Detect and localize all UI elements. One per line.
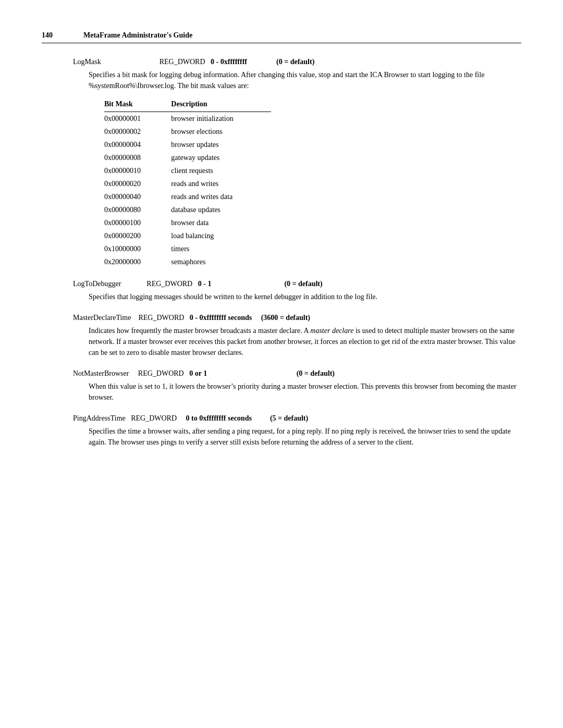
description-cell: browser data	[171, 216, 271, 229]
logtodebugger-desc: Specifies that logging messages should b…	[89, 291, 521, 302]
bitmask-cell: 0x00000004	[104, 138, 171, 151]
table-row: 0x00000008gateway updates	[104, 151, 271, 164]
logmask-name: LogMask	[73, 58, 101, 66]
bit-mask-table-container: Bit Mask Description 0x00000001browser i…	[104, 97, 521, 268]
table-row: 0x00000200load balancing	[104, 229, 271, 242]
description-cell: timers	[171, 242, 271, 255]
logtodebugger-desc-text: Specifies that logging messages should b…	[89, 293, 377, 301]
pingaddresstime-header: PingAddressTime REG_DWORD 0 to 0xfffffff…	[73, 414, 521, 423]
logmask-header: LogMask REG_DWORD 0 - 0xffffffff (0 = de…	[73, 58, 521, 66]
table-row: 0x00000040reads and writes data	[104, 190, 271, 203]
description-cell: reads and writes	[171, 177, 271, 190]
bitmask-cell: 0x00000008	[104, 151, 171, 164]
notmasterbrowser-type: REG_DWORD 0 or 1	[138, 369, 207, 377]
masterdeclaretime-default: (3600 = default)	[261, 314, 310, 322]
table-row: 0x00000020reads and writes	[104, 177, 271, 190]
description-cell: load balancing	[171, 229, 271, 242]
page-header: 140 MetaFrame Administrator's Guide	[42, 31, 521, 43]
logtodebugger-header: LogToDebugger REG_DWORD 0 - 1 (0 = defau…	[73, 280, 521, 288]
col-description-header: Description	[171, 97, 271, 112]
bitmask-cell: 0x00000002	[104, 125, 171, 138]
page-title: MetaFrame Administrator's Guide	[83, 31, 192, 40]
notmasterbrowser-desc-text: When this value is set to 1, it lowers t…	[89, 382, 517, 401]
description-cell: semaphores	[171, 255, 271, 268]
bitmask-cell: 0x00000200	[104, 229, 171, 242]
entry-masterdeclaretime: MasterDeclareTime REG_DWORD 0 - 0xffffff…	[73, 314, 521, 358]
table-row: 0x00000002browser elections	[104, 125, 271, 138]
pingaddresstime-spacer	[127, 414, 129, 422]
bitmask-cell: 0x00000010	[104, 164, 171, 177]
notmasterbrowser-name: NotMasterBrowser	[73, 369, 129, 377]
italic-phrase: master declare	[310, 327, 353, 335]
masterdeclaretime-desc-text: Indicates how frequently the master brow…	[89, 327, 516, 356]
bitmask-cell: 0x00000040	[104, 190, 171, 203]
pingaddresstime-name: PingAddressTime	[73, 414, 126, 422]
bit-mask-table: Bit Mask Description 0x00000001browser i…	[104, 97, 271, 268]
bitmask-cell: 0x10000000	[104, 242, 171, 255]
entry-logmask: LogMask REG_DWORD 0 - 0xffffffff (0 = de…	[73, 58, 521, 268]
page-number: 140	[42, 31, 73, 40]
pingaddresstime-desc-text: Specifies the time a browser waits, afte…	[89, 427, 511, 446]
pingaddresstime-type: REG_DWORD	[131, 414, 184, 422]
logtodebugger-spacer	[123, 280, 145, 288]
table-row: 0x00000001browser initialization	[104, 112, 271, 126]
description-cell: browser updates	[171, 138, 271, 151]
masterdeclaretime-header: MasterDeclareTime REG_DWORD 0 - 0xffffff…	[73, 314, 521, 322]
logtodebugger-name: LogToDebugger	[73, 280, 121, 288]
table-row: 0x10000000timers	[104, 242, 271, 255]
bitmask-cell: 0x00000001	[104, 112, 171, 126]
pingaddresstime-desc: Specifies the time a browser waits, afte…	[89, 426, 521, 448]
notmasterbrowser-spacer2	[209, 369, 295, 377]
description-cell: browser elections	[171, 125, 271, 138]
logmask-type: REG_DWORD 0 - 0xffffffff	[160, 58, 247, 66]
description-cell: reads and writes data	[171, 190, 271, 203]
bitmask-cell: 0x20000000	[104, 255, 171, 268]
bitmask-cell: 0x00000100	[104, 216, 171, 229]
pingaddresstime-range: 0 to 0xffffffff seconds	[186, 414, 252, 422]
pingaddresstime-spacer2	[253, 414, 268, 422]
description-cell: gateway updates	[171, 151, 271, 164]
table-row: 0x00000100browser data	[104, 216, 271, 229]
masterdeclaretime-type: REG_DWORD 0 - 0xffffffff seconds	[138, 314, 252, 322]
col-bitmask-header: Bit Mask	[104, 97, 171, 112]
logmask-spacer	[103, 58, 157, 66]
table-row: 0x00000004browser updates	[104, 138, 271, 151]
logmask-spacer2	[249, 58, 275, 66]
logtodebugger-spacer2	[213, 280, 283, 288]
masterdeclaretime-spacer	[133, 314, 137, 322]
logtodebugger-type: REG_DWORD 0 - 1	[146, 280, 211, 288]
description-cell: client requests	[171, 164, 271, 177]
description-cell: browser initialization	[171, 112, 271, 126]
table-row: 0x20000000semaphores	[104, 255, 271, 268]
logmask-desc: Specifies a bit mask for logging debug i…	[89, 69, 521, 268]
masterdeclaretime-name: MasterDeclareTime	[73, 314, 131, 322]
page: 140 MetaFrame Administrator's Guide LogM…	[0, 0, 563, 728]
content-area: LogMask REG_DWORD 0 - 0xffffffff (0 = de…	[73, 58, 521, 448]
bitmask-cell: 0x00000020	[104, 177, 171, 190]
notmasterbrowser-default: (0 = default)	[297, 369, 335, 377]
pingaddresstime-default: (5 = default)	[270, 414, 308, 422]
notmasterbrowser-spacer	[131, 369, 137, 377]
masterdeclaretime-desc: Indicates how frequently the master brow…	[89, 325, 521, 358]
entry-notmasterbrowser: NotMasterBrowser REG_DWORD 0 or 1 (0 = d…	[73, 369, 521, 403]
entry-logtodebugger: LogToDebugger REG_DWORD 0 - 1 (0 = defau…	[73, 280, 521, 302]
logmask-default: (0 = default)	[276, 58, 314, 66]
table-header-row: Bit Mask Description	[104, 97, 271, 112]
logmask-desc-text: Specifies a bit mask for logging debug i…	[89, 71, 484, 90]
masterdeclaretime-spacer2	[254, 314, 260, 322]
table-row: 0x00000080database updates	[104, 203, 271, 216]
notmasterbrowser-header: NotMasterBrowser REG_DWORD 0 or 1 (0 = d…	[73, 369, 521, 378]
notmasterbrowser-desc: When this value is set to 1, it lowers t…	[89, 381, 521, 403]
entry-pingaddresstime: PingAddressTime REG_DWORD 0 to 0xfffffff…	[73, 414, 521, 448]
logtodebugger-default: (0 = default)	[284, 280, 322, 288]
bitmask-cell: 0x00000080	[104, 203, 171, 216]
description-cell: database updates	[171, 203, 271, 216]
table-row: 0x00000010client requests	[104, 164, 271, 177]
